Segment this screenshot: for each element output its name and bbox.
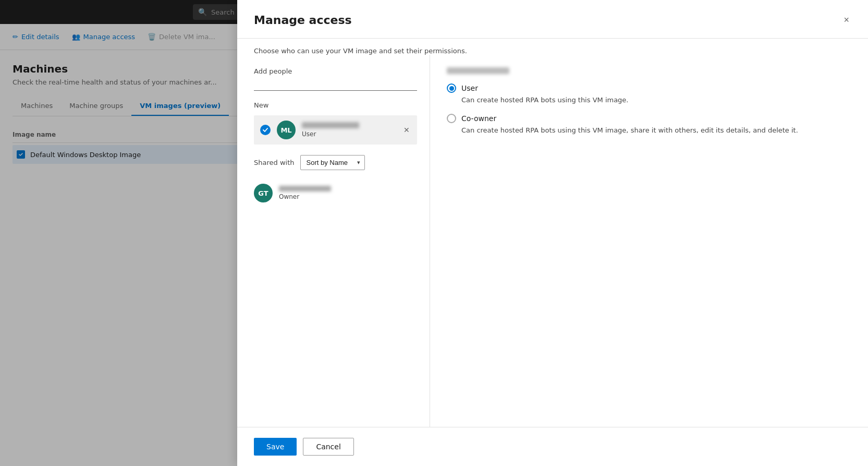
new-user-avatar: ML: [277, 121, 296, 139]
shared-user-role: Owner: [279, 193, 331, 200]
shared-user-avatar: GT: [254, 184, 273, 202]
new-user-item[interactable]: ML User ✕: [254, 115, 417, 145]
panel-left: Add people New ML User ✕ S: [237, 55, 430, 427]
sort-dropdown-wrapper: Sort by Name Sort by Role: [300, 155, 365, 170]
save-button[interactable]: Save: [254, 438, 297, 456]
radio-label-row-coowner[interactable]: Co-owner: [447, 114, 851, 123]
new-user-info: User: [302, 122, 411, 138]
manage-access-panel: Manage access × Choose who can use your …: [237, 0, 868, 466]
shared-with-row: Shared with Sort by Name Sort by Role: [254, 155, 417, 170]
add-people-label: Add people: [254, 67, 417, 75]
radio-label-coowner: Co-owner: [461, 114, 496, 123]
permission-user-name-blurred: [447, 67, 509, 74]
radio-circle-coowner[interactable]: [447, 114, 456, 123]
panel-subtitle: Choose who can use your VM image and set…: [237, 39, 868, 55]
add-people-input[interactable]: [254, 78, 417, 91]
cancel-button[interactable]: Cancel: [303, 438, 353, 456]
shared-user-info: Owner: [279, 186, 331, 200]
user-item-checkbox: [260, 125, 271, 135]
panel-footer: Save Cancel: [237, 427, 868, 466]
panel-header: Manage access ×: [237, 0, 868, 39]
new-section-label: New: [254, 101, 417, 109]
shared-user-item: GT Owner: [254, 178, 417, 208]
panel-right: User Can create hosted RPA bots using th…: [430, 55, 868, 427]
panel-title: Manage access: [254, 14, 352, 27]
radio-label-user: User: [461, 84, 478, 92]
shared-user-name-blurred: [279, 186, 331, 192]
radio-label-row-user[interactable]: User: [447, 83, 851, 93]
shared-with-label: Shared with: [254, 159, 294, 166]
remove-user-button[interactable]: ✕: [401, 124, 412, 136]
panel-body: Add people New ML User ✕ S: [237, 55, 868, 427]
sort-dropdown[interactable]: Sort by Name Sort by Role: [300, 155, 365, 170]
radio-option-coowner: Co-owner Can create hosted RPA bots usin…: [447, 114, 851, 136]
new-user-name-blurred: [302, 122, 359, 128]
new-user-role: User: [302, 130, 411, 138]
permission-radio-group: User Can create hosted RPA bots using th…: [447, 83, 851, 135]
radio-option-user: User Can create hosted RPA bots using th…: [447, 83, 851, 105]
radio-circle-user[interactable]: [447, 83, 456, 93]
close-button[interactable]: ×: [841, 13, 851, 28]
radio-desc-user: Can create hosted RPA bots using this VM…: [447, 95, 851, 105]
radio-desc-coowner: Can create hosted RPA bots using this VM…: [447, 125, 851, 136]
